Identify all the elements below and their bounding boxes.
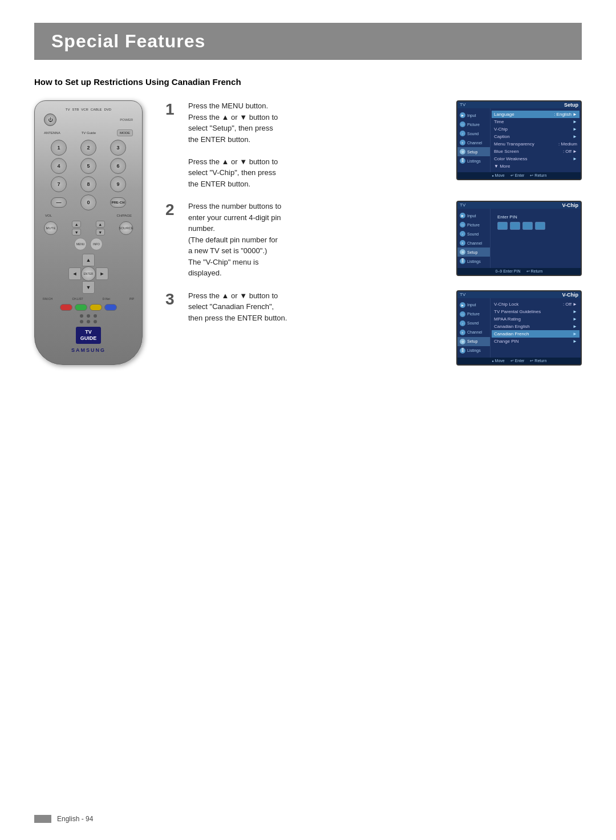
sidebar-picture-3: □ Picture: [457, 310, 490, 319]
tv-sidebar-2: ▶ Input □ Picture ♪ Sound: [457, 209, 491, 268]
page-header: Special Features: [34, 23, 582, 60]
power-row: ⏻ POWER: [40, 113, 136, 126]
sidebar-sound-3: ♪ Sound: [457, 319, 490, 328]
info-button[interactable]: INFO: [90, 238, 103, 250]
sidebar-input: ▶ Input: [457, 111, 490, 120]
tv-guide-label: TV Guide: [82, 131, 96, 135]
num-6-button[interactable]: 6: [110, 158, 126, 174]
sidebar-listings-3: ≣ Listings: [457, 346, 490, 355]
sidebar-setup-3: ⚙ Setup: [457, 337, 490, 346]
color-buttons: [40, 304, 136, 311]
dpad-left-button[interactable]: ◄: [68, 267, 81, 280]
input-icon: ▶: [460, 112, 465, 118]
sidebar-picture-2: □ Picture: [457, 220, 490, 229]
sidebar-input-3: ▶ Input: [457, 301, 490, 310]
sidebar-listings-2: ≣ Listings: [457, 257, 490, 266]
vol-ch-row: VOL CH/PAGE: [45, 214, 132, 217]
tv-sidebar-3: ▶ Input □ Picture ♪ Sound: [457, 298, 491, 358]
picture-icon-3: □: [460, 311, 465, 317]
tv-stb-row: TV STB VCR CABLE DVD: [40, 108, 136, 111]
tv-body-3: ▶ Input □ Picture ♪ Sound: [457, 298, 581, 358]
menu-caption: Caption ►: [494, 133, 577, 140]
num-1-button[interactable]: 1: [51, 140, 67, 156]
enter-button[interactable]: ENTER: [81, 266, 96, 281]
num-9-button[interactable]: 9: [110, 176, 126, 192]
green-button[interactable]: [75, 304, 87, 311]
tv-sidebar-1: ▶ Input □ Picture ♪ Sound: [457, 108, 491, 172]
vol-up-button[interactable]: ▲: [72, 221, 81, 228]
sidebar-input-2: ▶ Input: [457, 211, 490, 220]
pin-boxes: [497, 222, 574, 230]
mute-source-row: MUTE ▲ ▼ ▲ ▼ SOURCE: [44, 221, 133, 236]
menu-button[interactable]: MENU: [74, 238, 87, 250]
step-2-number: 2: [165, 202, 179, 218]
antenna-label: ANTENNA: [44, 131, 60, 135]
ch-up-button[interactable]: ▲: [96, 221, 105, 228]
sidebar-channel-2: ≡ Channel: [457, 238, 490, 247]
step-2-screen: TV V-Chip ▶ Input □ Picture: [456, 201, 582, 276]
step-2-row: 2 Press the number buttons to enter your…: [165, 201, 582, 279]
pin-box-3: [522, 222, 533, 230]
sidebar-sound-2: ♪ Sound: [457, 229, 490, 238]
sound-icon-1: ♪: [460, 131, 465, 136]
num-8-button[interactable]: 8: [80, 176, 96, 192]
tv-content-1: Language : English ► Time ► V-Chip ►: [491, 108, 581, 172]
num-5-button[interactable]: 5: [80, 158, 96, 174]
dash-button[interactable]: —: [51, 197, 67, 208]
num-2-button[interactable]: 2: [80, 140, 96, 156]
num-7-button[interactable]: 7: [51, 176, 67, 192]
menu-vchip-lock: V-Chip Lock : Off ►: [494, 301, 577, 308]
content-area: TV STB VCR CABLE DVD ⏻ POWER ANTENNA TV …: [34, 100, 582, 366]
channel-icon-2: ≡: [460, 240, 465, 246]
menu-cdn-english: Canadian English ►: [494, 323, 577, 330]
sidebar-channel-3: ≡ Channel: [457, 328, 490, 337]
step-3-number: 3: [165, 291, 179, 307]
mode-button[interactable]: MODE: [117, 129, 133, 136]
red-button[interactable]: [60, 304, 72, 311]
sidebar-channel-1: ≡ Channel: [457, 138, 490, 147]
footer-bar: [34, 815, 51, 823]
samsung-label: SAMSUNG: [40, 347, 136, 353]
menu-vchip: V-Chip ►: [494, 125, 577, 133]
pin-box-2: [510, 222, 520, 230]
numpad: 1 2 3 4 5 6 7 8 9 — 0 PRE-CH: [45, 140, 132, 210]
blue-button[interactable]: [104, 304, 117, 311]
num-0-button[interactable]: 0: [80, 194, 96, 210]
yellow-button[interactable]: [90, 304, 102, 311]
enter-pin-area: Enter PIN: [494, 211, 577, 233]
power-button[interactable]: ⏻: [44, 113, 56, 126]
steps-area: 1 Press the MENU button. Press the ▲ or …: [165, 100, 582, 366]
tv-guide-box: TVGUIDE: [76, 327, 102, 344]
pre-ch-button[interactable]: PRE-CH: [110, 197, 126, 208]
sidebar-setup-2: ⚙ Setup: [457, 247, 490, 257]
section-heading: How to Set up Restrictions Using Canadia…: [34, 77, 582, 87]
step-1-screen: TV Setup ▶ Input □ Picture: [456, 100, 582, 180]
tv-body-2: ▶ Input □ Picture ♪ Sound: [457, 209, 581, 268]
screen1-title: Setup: [564, 102, 578, 108]
menu-colorweakness: Color Weakness ►: [494, 155, 577, 163]
pin-box-4: [535, 222, 545, 230]
menu-more: ▼ More: [494, 163, 577, 170]
num-3-button[interactable]: 3: [110, 140, 126, 156]
screen3-title: V-Chip: [562, 292, 579, 298]
step-3-text: Press the ▲ or ▼ button to select "Canad…: [188, 290, 447, 324]
sidebar-sound-1: ♪ Sound: [457, 129, 490, 138]
tv-body-1: ▶ Input □ Picture ♪ Sound: [457, 108, 581, 172]
dpad-up-button[interactable]: ▲: [82, 254, 95, 266]
tv-screen-1: TV Setup ▶ Input □ Picture: [456, 100, 582, 180]
channel-icon-1: ≡: [460, 140, 465, 145]
setup-icon-3: ⚙: [460, 339, 465, 344]
num-4-button[interactable]: 4: [51, 158, 67, 174]
dpad-right-button[interactable]: ►: [96, 267, 108, 280]
remote-container: TV STB VCR CABLE DVD ⏻ POWER ANTENNA TV …: [34, 100, 148, 365]
source-button[interactable]: SOURCE: [119, 221, 133, 235]
screen2-title: V-Chip: [562, 202, 579, 208]
channel-icon-3: ≡: [460, 330, 465, 335]
dpad-down-button[interactable]: ▼: [82, 281, 95, 294]
tv-screen-2: TV V-Chip ▶ Input □ Picture: [456, 201, 582, 276]
tv-content-2: Enter PIN: [491, 209, 581, 268]
vol-down-button[interactable]: ▼: [72, 229, 81, 236]
ch-down-button[interactable]: ▼: [96, 229, 105, 236]
mute-button[interactable]: MUTE: [44, 221, 58, 235]
page-footer: English - 94: [34, 815, 93, 823]
